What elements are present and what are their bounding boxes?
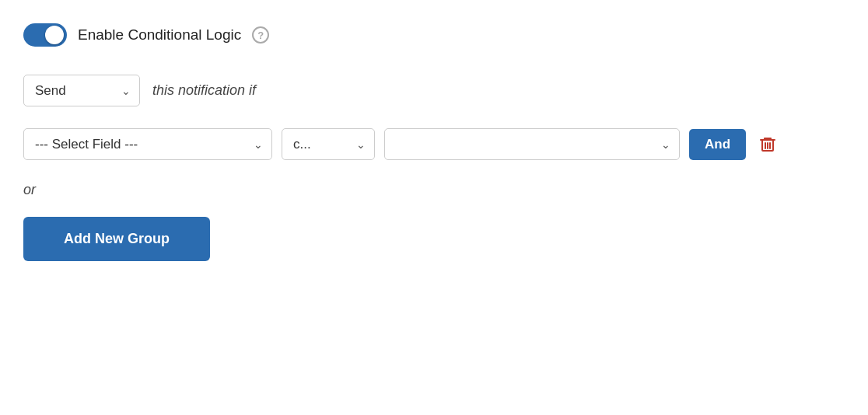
- value-select[interactable]: [384, 128, 680, 160]
- value-select-wrapper: ⌄: [384, 128, 680, 160]
- or-text: or: [23, 182, 845, 198]
- add-new-group-button[interactable]: Add New Group: [23, 217, 210, 261]
- field-select[interactable]: --- Select Field ---: [23, 128, 272, 160]
- help-icon[interactable]: ?: [252, 26, 269, 44]
- toggle-label: Enable Conditional Logic: [78, 26, 241, 44]
- operator-select[interactable]: c... contains is is not: [282, 128, 375, 160]
- operator-select-wrapper: c... contains is is not ⌄: [282, 128, 375, 160]
- notification-text: this notification if: [152, 82, 256, 99]
- and-button[interactable]: And: [689, 129, 746, 160]
- trash-icon: [758, 135, 777, 154]
- send-select-wrapper: Send Don't Send ⌄: [23, 75, 140, 106]
- enable-toggle[interactable]: [23, 23, 67, 47]
- condition-row: --- Select Field --- ⌄ c... contains is …: [23, 128, 845, 160]
- conditional-logic-panel: Enable Conditional Logic ? Send Don't Se…: [23, 23, 845, 261]
- delete-condition-button[interactable]: [758, 135, 777, 154]
- send-row: Send Don't Send ⌄ this notification if: [23, 75, 845, 106]
- field-select-wrapper: --- Select Field --- ⌄: [23, 128, 272, 160]
- send-select[interactable]: Send Don't Send: [23, 75, 140, 106]
- toggle-row: Enable Conditional Logic ?: [23, 23, 845, 47]
